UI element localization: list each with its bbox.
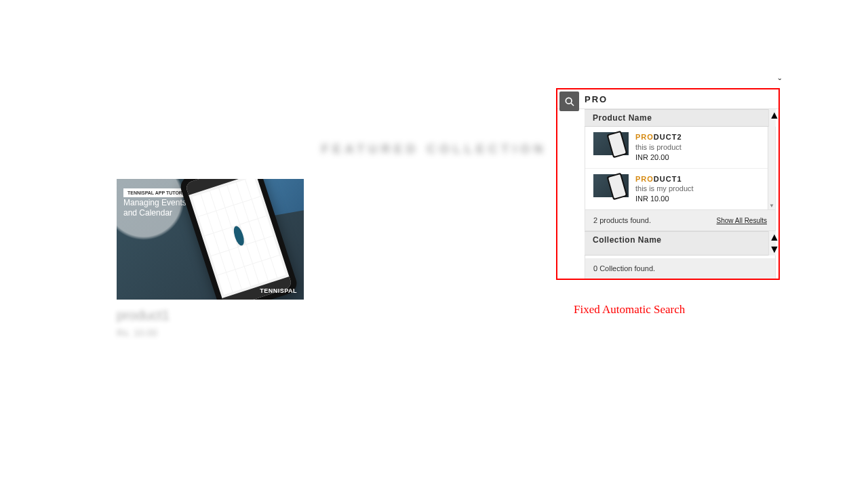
product-card[interactable]: TENNISPAL APP TUTORIAL Managing Events a…	[117, 179, 304, 338]
product-results-list: ▼ PRODUCT2 this is product INR 20.00 PRO…	[585, 127, 776, 210]
product-price: Rs. 10.00	[117, 327, 304, 338]
result-thumbnail	[593, 174, 629, 197]
collections-found-count: 0 Collection found.	[593, 264, 655, 272]
result-price: INR 20.00	[635, 152, 682, 163]
chevron-down-icon[interactable]: ▼	[768, 202, 775, 209]
product-title: product1	[117, 308, 304, 323]
featured-collection-heading: FEATURED COLLECTION	[321, 142, 547, 157]
products-found-count: 2 products found.	[593, 216, 651, 224]
scrollbar[interactable]: ▲	[768, 109, 776, 127]
result-title: PRODUCT2	[635, 132, 682, 142]
result-description: this is product	[635, 142, 682, 152]
brand-logo: TENNISPAL	[260, 287, 297, 294]
svg-line-1	[571, 103, 574, 106]
show-all-results-link[interactable]: Show All Results	[717, 217, 767, 224]
scrollbar[interactable]: ▲▼	[768, 231, 776, 256]
result-price: INR 10.00	[635, 194, 694, 204]
product-section-header: Product Name	[585, 109, 768, 127]
search-icon[interactable]	[559, 92, 579, 111]
scrollbar[interactable]: ▼	[768, 127, 775, 209]
product-thumbnail: TENNISPAL APP TUTORIAL Managing Events a…	[117, 179, 304, 300]
search-panel: Product Name ▲ ▼ PRODUCT2 this is produc…	[556, 88, 780, 280]
result-description: this is my product	[635, 184, 694, 194]
search-result-item[interactable]: PRODUCT2 this is product INR 20.00	[585, 127, 775, 169]
annotation-caption: Fixed Automatic Search	[574, 303, 685, 317]
search-input[interactable]	[579, 89, 778, 108]
thumbnail-overlay-text: Managing Events and Calendar	[123, 198, 186, 218]
products-status-row: 2 products found. Show All Results	[585, 210, 776, 231]
svg-point-0	[566, 98, 572, 104]
result-thumbnail	[593, 132, 629, 155]
collections-status-row: 0 Collection found.	[585, 258, 776, 279]
result-title: PRODUCT1	[635, 174, 694, 184]
search-result-item[interactable]: PRODUCT1 this is my product INR 10.00	[585, 169, 775, 210]
collection-section-header: Collection Name	[585, 231, 768, 256]
